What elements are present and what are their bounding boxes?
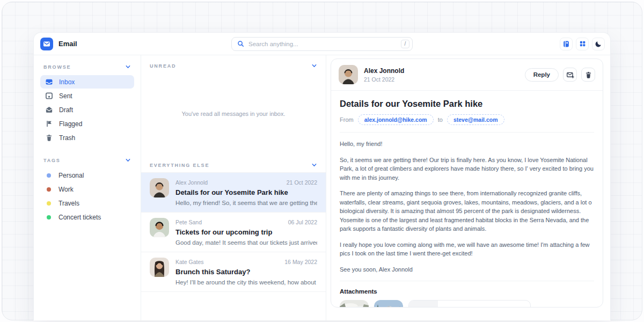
- brand: Email: [39, 38, 147, 50]
- zip-thumb: [409, 301, 438, 308]
- tag-label: Personal: [58, 172, 84, 179]
- top-bar: Email /: [34, 33, 610, 55]
- chevron-down-icon[interactable]: [125, 64, 131, 70]
- everything-else-label: EVERYTHING ELSE: [150, 163, 209, 168]
- mail-list: Alex Jonnold 21 Oct 2022 Details for our…: [141, 172, 326, 292]
- forward-envelope-plus-icon: [566, 71, 574, 79]
- search-bar[interactable]: /: [231, 37, 413, 51]
- chevron-down-icon[interactable]: [311, 162, 317, 168]
- sidebar-item-flagged[interactable]: Flagged: [40, 117, 134, 130]
- tag-label: Travels: [58, 200, 79, 207]
- avatar: [150, 258, 169, 277]
- attachments-row: videos-hike.zip 100 MB: [340, 300, 594, 308]
- tag-label: Concert tickets: [58, 214, 101, 221]
- sidebar-item-label: Sent: [59, 92, 72, 100]
- apps-grid-icon: [579, 40, 586, 47]
- attachment-photo-yosemite-valley[interactable]: [340, 300, 369, 308]
- draft-icon: [45, 106, 53, 114]
- detail-panel-area: Alex Jonnold 21 Oct 2022 Reply: [326, 55, 610, 320]
- sidebar-item-label: Trash: [59, 134, 75, 142]
- attachment-photo-half-dome[interactable]: [374, 300, 403, 308]
- email-body-text: Hello, my friend! So, it seems we are ge…: [340, 133, 594, 274]
- from-label: From: [340, 116, 354, 123]
- sent-icon: [45, 92, 53, 100]
- detail-header: Alex Jonnold 21 Oct 2022 Reply: [331, 59, 603, 91]
- attachment-zip-card[interactable]: videos-hike.zip 100 MB: [408, 300, 531, 308]
- search-input[interactable]: [248, 41, 397, 47]
- detail-sender-name: Alex Jonnold: [364, 67, 404, 75]
- avatar: [150, 218, 169, 237]
- mail-sender: Kate Gates: [175, 259, 204, 265]
- delete-button[interactable]: [581, 68, 595, 82]
- detail-subject: Details for our Yosemite Park hike: [340, 99, 594, 109]
- mail-subject: Tickets for our upcoming trip: [175, 228, 317, 236]
- dark-mode-moon-icon: [595, 40, 602, 48]
- mail-list-item-1[interactable]: Alex Jonnold 21 Oct 2022 Details for our…: [141, 173, 326, 213]
- mail-date: 16 May 2022: [284, 259, 317, 265]
- zip-info: videos-hike.zip 100 MB: [438, 301, 497, 308]
- mail-snippet: Good day, mate! It seems that our ticket…: [175, 239, 317, 246]
- mail-meta: Alex Jonnold 21 Oct 2022 Details for our…: [175, 178, 317, 206]
- tag-dot-concert: [47, 215, 51, 219]
- from-to-row: From alex.jonnold@hike.com to steve@mail…: [340, 114, 594, 133]
- paragraph: So, it seems we are getting there! Our t…: [340, 156, 594, 182]
- sidebar-item-label: Flagged: [59, 120, 82, 128]
- tag-label: Work: [58, 186, 74, 193]
- tag-item-personal[interactable]: Personal: [40, 169, 134, 182]
- main-area: BROWSE Inbox: [34, 55, 610, 320]
- chevron-down-icon[interactable]: [311, 63, 317, 69]
- book-button[interactable]: [560, 38, 573, 50]
- avatar: [150, 178, 169, 197]
- dark-mode-button[interactable]: [592, 38, 605, 50]
- attachments-label: Attachments: [340, 288, 594, 295]
- to-email-chip[interactable]: steve@mail.com: [447, 114, 504, 125]
- paragraph: Hello, my friend!: [340, 140, 594, 149]
- mail-list-item-2[interactable]: Pete Sand 06 Jul 2022 Tickets for our up…: [141, 213, 326, 252]
- email-app-window: Email /: [33, 32, 611, 320]
- email-logo-icon[interactable]: [40, 38, 53, 50]
- inbox-icon: [45, 78, 53, 86]
- paragraph: I really hope you love coming along with…: [340, 240, 594, 258]
- sidebar-item-sent[interactable]: Sent: [40, 89, 134, 103]
- mail-sender: Alex Jonnold: [175, 179, 208, 186]
- sidebar-item-inbox[interactable]: Inbox: [40, 75, 134, 89]
- from-email-chip[interactable]: alex.jonnold@hike.com: [358, 114, 434, 125]
- tag-dot-personal: [47, 173, 51, 178]
- top-actions: [497, 38, 605, 50]
- sidebar-item-trash[interactable]: Trash: [40, 131, 134, 144]
- mail-snippet: Hello, my friend! So, it seems that we a…: [175, 200, 317, 206]
- app-title: Email: [58, 40, 77, 48]
- browse-section-header: BROWSE: [40, 64, 134, 70]
- search-zone: /: [147, 37, 497, 51]
- tag-item-work[interactable]: Work: [40, 182, 134, 196]
- tags-label: TAGS: [43, 158, 61, 163]
- detail-body: Details for our Yosemite Park hike From …: [331, 91, 603, 308]
- tag-item-travels[interactable]: Travels: [40, 196, 134, 210]
- search-icon: [237, 40, 244, 47]
- everything-else-section-header: EVERYTHING ELSE: [141, 155, 326, 172]
- tag-item-concert-tickets[interactable]: Concert tickets: [40, 210, 134, 224]
- to-label: to: [438, 116, 443, 123]
- mail-date: 06 Jul 2022: [288, 219, 317, 225]
- mail-meta: Pete Sand 06 Jul 2022 Tickets for our up…: [175, 218, 317, 246]
- forward-button[interactable]: [563, 68, 577, 82]
- mail-list-item-3[interactable]: Kate Gates 16 May 2022 Brunch this Satur…: [141, 252, 326, 292]
- sidebar: BROWSE Inbox: [34, 55, 141, 320]
- attachments-divider: [340, 281, 594, 281]
- tags-section: TAGS Personal Work Travels: [40, 157, 134, 224]
- mail-meta: Kate Gates 16 May 2022 Brunch this Satur…: [175, 258, 317, 286]
- reply-button[interactable]: Reply: [525, 68, 559, 82]
- message-list-column: UNREAD You've read all messages in your …: [141, 55, 326, 320]
- tag-dot-work: [47, 187, 51, 192]
- mail-sender: Pete Sand: [175, 219, 202, 225]
- flag-icon: [45, 120, 53, 128]
- apps-button[interactable]: [576, 38, 589, 50]
- mail-date: 21 Oct 2022: [287, 179, 317, 186]
- sidebar-item-draft[interactable]: Draft: [40, 103, 134, 116]
- mail-snippet: Hey! I'll be around the city this weeken…: [175, 279, 317, 286]
- zip-file-name[interactable]: videos-hike.zip: [445, 307, 489, 308]
- trash-icon: [45, 134, 53, 142]
- search-shortcut-key: /: [401, 40, 409, 48]
- chevron-down-icon[interactable]: [125, 157, 131, 163]
- trash-icon: [584, 71, 592, 79]
